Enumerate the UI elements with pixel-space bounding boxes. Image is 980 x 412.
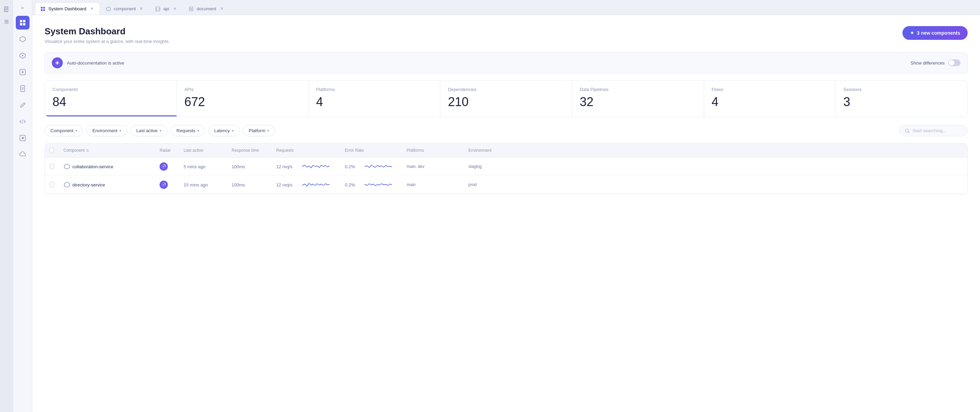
stat-value-platforms: 4: [316, 95, 432, 109]
tab-bar: System Dashboard ✕ component ✕: [32, 0, 980, 15]
sidebar-item-document[interactable]: [16, 82, 30, 96]
filter-component[interactable]: Component ▾: [45, 125, 83, 136]
svg-line-31: [156, 9, 157, 10]
th-platforms-label: Platforms: [407, 148, 424, 153]
svg-line-40: [908, 131, 910, 133]
autodoc-text: Auto-documentation is active: [67, 61, 124, 65]
sidebar-expand[interactable]: »: [21, 5, 24, 10]
filter-last-active-chevron: ▾: [159, 129, 161, 133]
sidebar-item-cloud[interactable]: [16, 148, 30, 161]
svg-marker-28: [107, 7, 110, 11]
stat-apis[interactable]: APIs 672: [177, 81, 309, 117]
th-environment-label: Environment: [468, 148, 492, 153]
svg-line-33: [159, 9, 159, 10]
svg-point-13: [22, 55, 23, 56]
icon-strip-doc[interactable]: [2, 4, 12, 14]
svg-rect-8: [23, 20, 25, 22]
stat-value-sessions: 3: [843, 95, 960, 109]
tab-system-dashboard[interactable]: System Dashboard ✕: [35, 2, 100, 15]
sidebar-item-code[interactable]: [16, 115, 30, 128]
tab-close-document[interactable]: ✕: [219, 6, 224, 12]
td-error-rate-1: 0.2%: [340, 158, 402, 176]
tab-icon-document: [188, 6, 194, 12]
show-differences-toggle[interactable]: [948, 59, 961, 66]
new-components-label: 3 new components: [917, 30, 960, 36]
environment-value-1: staging: [468, 164, 482, 169]
tab-label-document: document: [197, 6, 216, 11]
filter-platform[interactable]: Platform ▾: [243, 125, 275, 136]
stat-components[interactable]: Components 84: [45, 81, 177, 117]
search-box[interactable]: Start searching...: [899, 125, 968, 136]
stat-platforms[interactable]: Platforms 4: [309, 81, 440, 117]
th-error-rate-label: Error Rate: [345, 148, 364, 153]
radar-icon-1: [159, 162, 168, 171]
tab-document[interactable]: document ✕: [183, 2, 229, 15]
td-environment-2: prod: [464, 177, 512, 192]
sidebar-item-hex2[interactable]: [16, 49, 30, 62]
filter-requests-chevron: ▾: [197, 129, 199, 133]
th-last-active: Last active: [179, 144, 227, 157]
svg-line-30: [156, 8, 157, 9]
filter-environment[interactable]: Environment ▾: [86, 125, 127, 136]
th-requests: Requests: [271, 144, 340, 157]
sort-icon-component: ⇅: [86, 149, 89, 152]
svg-rect-7: [20, 20, 22, 22]
stat-value-apis: 672: [184, 95, 301, 109]
sidebar-item-dashboard[interactable]: [16, 16, 30, 30]
svg-rect-27: [43, 9, 45, 11]
platform-value-1: main, dev: [407, 164, 425, 169]
filters-row: Component ▾ Environment ▾ Last active ▾ …: [45, 125, 968, 136]
svg-point-43: [163, 166, 164, 167]
error-rate-value-2: 0.2%: [345, 182, 355, 187]
filter-requests[interactable]: Requests ▾: [170, 125, 205, 136]
sidebar-item-component[interactable]: [16, 32, 30, 46]
page-content: System Dashboard Visualize your entire s…: [32, 15, 980, 412]
td-requests-2: 12 req/s: [271, 176, 340, 194]
tab-component[interactable]: component ✕: [100, 2, 149, 15]
td-component-1[interactable]: collaboration-service: [59, 158, 155, 175]
td-platforms-2: main: [402, 177, 464, 192]
filter-platform-label: Platform: [249, 128, 265, 133]
sidebar-item-edit[interactable]: [16, 98, 30, 112]
search-placeholder: Start searching...: [912, 128, 946, 133]
header-checkbox[interactable]: [50, 148, 54, 153]
td-component-2[interactable]: directory-service: [59, 176, 155, 193]
tab-close-dashboard[interactable]: ✕: [89, 6, 95, 12]
error-rate-value-1: 0.2%: [345, 164, 355, 169]
sparkline-errors-1: [359, 162, 397, 171]
stat-value-components: 84: [52, 95, 169, 109]
svg-rect-25: [43, 7, 45, 9]
icon-strip-menu[interactable]: [2, 16, 12, 27]
tab-close-api[interactable]: ✕: [172, 6, 177, 12]
req-rate-value-1: 12 req/s: [276, 164, 292, 169]
filter-latency[interactable]: Latency ▾: [208, 125, 240, 136]
th-component[interactable]: Component ⇅: [59, 144, 155, 157]
filter-last-active[interactable]: Last active ▾: [130, 125, 167, 136]
table-row: directory-service 15 mins ago 100: [45, 176, 967, 194]
td-last-active-1: 5 mins ago: [179, 159, 227, 174]
tab-label-component: component: [114, 6, 136, 11]
stat-flows[interactable]: Flows 4: [704, 81, 836, 117]
page-title: System Dashboard: [45, 26, 170, 37]
filter-latency-label: Latency: [214, 128, 230, 133]
stat-data-pipelines[interactable]: Data Pipelines 32: [572, 81, 704, 117]
filter-component-label: Component: [51, 128, 73, 133]
tab-api[interactable]: api ✕: [150, 2, 183, 15]
row-checkbox-1[interactable]: [50, 164, 54, 169]
new-components-button[interactable]: ✦ 3 new components: [902, 26, 968, 40]
stat-sessions[interactable]: Sessions 3: [836, 81, 967, 117]
autodoc-left: Auto-documentation is active: [52, 57, 124, 68]
stat-label-flows: Flows: [712, 87, 828, 92]
row-checkbox-2[interactable]: [50, 182, 54, 187]
sidebar-item-play[interactable]: [16, 131, 30, 145]
stat-dependencies[interactable]: Dependencies 210: [440, 81, 572, 117]
response-time-value-2: 100ms: [232, 182, 245, 187]
th-environment: Environment: [464, 144, 512, 157]
sidebar-item-plus-box[interactable]: [16, 65, 30, 79]
autodoc-banner: Auto-documentation is active Show differ…: [45, 52, 968, 73]
td-requests-1: 12 req/s: [271, 158, 340, 176]
tab-close-component[interactable]: ✕: [138, 6, 144, 12]
service-name-2: directory-service: [72, 182, 105, 187]
autodoc-avatar: [52, 57, 63, 68]
th-radar-label: Radar: [159, 148, 171, 153]
